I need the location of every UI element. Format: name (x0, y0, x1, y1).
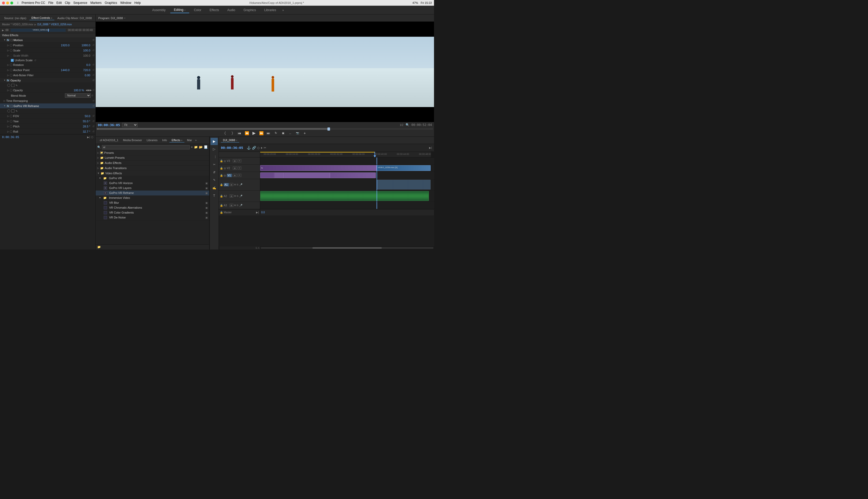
workspace-libraries[interactable]: Libraries (261, 7, 280, 13)
opacity-collapse[interactable]: ▼ (4, 79, 6, 82)
position-reset[interactable]: ↺ (92, 44, 94, 47)
scrollbar-thumb[interactable] (312, 247, 382, 249)
track-v1-vis[interactable]: ◎ (224, 174, 226, 177)
maximize-button[interactable] (10, 2, 13, 4)
track-a2-mic[interactable]: 🎤 (239, 195, 242, 197)
timeline-scissors-tool[interactable]: ✂ (264, 146, 266, 150)
uniform-scale-checkbox[interactable] (11, 59, 14, 62)
track-v2-lock[interactable]: 🔒 (220, 167, 223, 170)
timeline-a-button[interactable]: A (258, 247, 260, 249)
play-button[interactable]: ▶ (251, 130, 257, 136)
pen-tool[interactable]: ✎ (210, 177, 218, 184)
track-a1-lock[interactable]: 🔒 (220, 183, 223, 186)
immersive-video-folder[interactable]: ▼ 📁 Immersive Video (96, 195, 209, 200)
opacity-group[interactable]: ▼ fx Opacity ↺ (0, 78, 95, 83)
source-tab[interactable]: Source: (no clips) (2, 16, 28, 20)
track-v3-content[interactable] (260, 157, 434, 165)
presets-header[interactable]: ▷ 📁 Presets (96, 150, 209, 155)
hand-tool[interactable]: ✍ (210, 184, 218, 192)
gopro-reset[interactable]: ↺ (92, 105, 94, 107)
opacity-pen-tool[interactable]: ✎ (15, 84, 17, 87)
track-a2-lock[interactable]: 🔒 (220, 195, 223, 197)
ruler-marks[interactable]: 00:00:20:00 00:00:24:00 00:00:28:00 00:0… (260, 152, 431, 157)
minimize-button[interactable] (6, 2, 9, 4)
active-clip-link[interactable]: DJI_0088 * VIDEO_0259.mov (37, 23, 72, 26)
close-button[interactable] (2, 2, 5, 4)
scale-width-reset[interactable]: ↺ (92, 54, 94, 57)
loop-button[interactable]: ↻ (273, 130, 279, 136)
anchor-point-reset[interactable]: ↺ (92, 69, 94, 71)
track-a2-mute[interactable]: M (234, 195, 236, 197)
safe-margins-button[interactable]: ▣ (280, 130, 286, 136)
track-select-tool[interactable]: ▷ (210, 146, 218, 153)
razor-tool[interactable]: ✂ (210, 161, 218, 168)
scale-reset[interactable]: ↺ (92, 49, 94, 52)
timeline-h-scrollbar[interactable] (261, 247, 433, 249)
apple-menu[interactable]:  (17, 1, 19, 5)
track-v2-eye-icon[interactable]: 👁 (238, 167, 241, 170)
gopro-vr-group[interactable]: ▼ fx ⬚ GoPro VR Reframe ↺ (0, 104, 95, 109)
monitor-timecode[interactable]: 00:00:36:05 (98, 123, 120, 127)
v1-purple-segments[interactable] (260, 172, 376, 178)
track-v2-cam-icon[interactable]: ▣ (233, 167, 237, 170)
search-clear-button[interactable]: ✕ (191, 146, 193, 149)
master-play-icon[interactable]: ▶| (256, 211, 259, 214)
motion-reset[interactable]: ↺ (92, 38, 94, 41)
effect-controls-tab[interactable]: Effect Controls ≡ (29, 16, 54, 20)
anchor-point-y[interactable]: 720.0 (71, 69, 92, 72)
timeline-keyframe-tool[interactable]: ♦ (261, 146, 263, 150)
workspace-effects[interactable]: Effects (206, 7, 222, 13)
v2-blue-clip[interactable]: VIDEO_0259.mov [V] (377, 165, 430, 171)
blend-mode-reset[interactable]: ↺ (91, 94, 93, 97)
gopro-square-shape[interactable] (11, 109, 14, 112)
anti-flicker-reset[interactable]: ↺ (92, 74, 94, 76)
workspace-assembly[interactable]: Assembly (148, 7, 169, 13)
vr-chromatic-item[interactable]: VR Chromatic Aberrations ▣ (96, 205, 209, 210)
pitch-value[interactable]: 28.5 ° (71, 125, 92, 128)
timeline-link-tool[interactable]: 🔗 (252, 146, 256, 150)
opacity-value-reset[interactable]: ↺ (92, 89, 94, 92)
roll-reset[interactable]: ↺ (92, 130, 94, 133)
monitor-playhead-handle[interactable] (327, 127, 330, 131)
markers-menu[interactable]: Markers (91, 1, 102, 5)
motion-collapse[interactable]: ▼ (4, 39, 6, 41)
export-button[interactable]: ⎵ (287, 130, 293, 136)
fov-reset[interactable]: ↺ (92, 114, 94, 117)
master-lock[interactable]: 🔒 (220, 211, 223, 214)
gopro-circle-shape[interactable] (7, 109, 10, 112)
workspace-more[interactable]: » (281, 8, 286, 13)
workspace-audio[interactable]: Audio (224, 7, 239, 13)
rotation-value[interactable]: 0.0 (71, 63, 92, 66)
window-menu[interactable]: Window (120, 1, 131, 5)
opacity-circle-shape[interactable] (7, 84, 10, 87)
audio-effects-header[interactable]: ▷ 📁 Audio Effects (96, 160, 209, 166)
track-v2-content[interactable]: fx VIDEO_0259.mov [V] (260, 165, 434, 172)
step-back-more[interactable]: ⏮ (237, 130, 242, 136)
timeline-tab-dji0088[interactable]: DJI_0088 ≡ (221, 138, 239, 143)
ripple-edit-tool[interactable]: ⎹ (210, 153, 218, 160)
track-a2-content[interactable] (260, 191, 434, 202)
track-v1-content[interactable] (260, 172, 434, 179)
track-v3-eye-icon[interactable]: 👁 (238, 159, 241, 162)
track-a3-solo[interactable]: S (237, 204, 239, 207)
new-folder-icon[interactable]: 📁 (194, 145, 198, 149)
workspace-color[interactable]: Color (190, 7, 205, 13)
position-y[interactable]: 1080.0 (71, 44, 92, 47)
track-a1-content[interactable] (260, 179, 434, 190)
blend-mode-select[interactable]: Normal Dissolve Multiply Screen (65, 93, 91, 98)
gopro-vr-layers[interactable]: ▣ GoPro VR Layers ▣ (96, 186, 209, 191)
track-a1-mic[interactable]: 🎤 (239, 183, 242, 186)
position-x[interactable]: 1920.0 (50, 44, 71, 47)
rotation-reset[interactable]: ↺ (92, 63, 94, 66)
timeline-scrollbar[interactable]: S A (219, 246, 434, 250)
track-a1-mute[interactable]: M (234, 183, 236, 186)
more-panels-button[interactable]: » (194, 138, 197, 142)
track-a2-cam-icon[interactable]: ▣ (230, 194, 233, 197)
uniform-scale-reset[interactable]: ↺ (34, 59, 36, 62)
step-forward-more[interactable]: ⏭ (266, 130, 271, 136)
track-v3-lock[interactable]: 🔒 (220, 159, 223, 162)
lumetri-header[interactable]: ▷ 📁 Lumetri Presets (96, 155, 209, 160)
track-v1-eye-icon[interactable]: 👁 (238, 174, 241, 177)
effects-new-folder-button[interactable]: 📁 (97, 245, 101, 249)
motion-group[interactable]: ▼ fx ⬚ Motion ↺ (0, 37, 95, 42)
